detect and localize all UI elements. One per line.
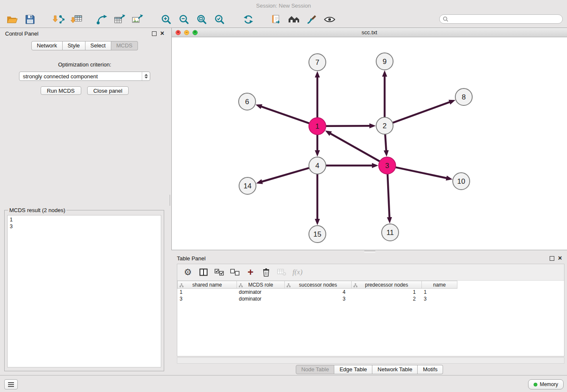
tab-network[interactable]: Network — [31, 41, 63, 50]
graph-node-8[interactable]: 8 — [455, 88, 472, 105]
graph-edge-3-1[interactable] — [325, 130, 380, 161]
zoom-in-button[interactable] — [157, 12, 175, 27]
export-image-button[interactable] — [129, 12, 146, 27]
table-settings-button[interactable]: ⚙ — [182, 266, 194, 279]
table-horizontal-scrollbar[interactable] — [177, 357, 564, 364]
graph-node-14[interactable]: 14 — [239, 177, 256, 194]
zoom-fit-button[interactable] — [193, 12, 211, 27]
graphics-details-button[interactable] — [321, 12, 339, 27]
zoom-selected-button[interactable] — [211, 12, 228, 27]
save-session-button[interactable] — [21, 12, 39, 27]
search-box[interactable] — [439, 14, 563, 24]
column-label: successor nodes — [299, 282, 337, 288]
graph-edge-2-3[interactable] — [384, 134, 389, 157]
refresh-view-button[interactable] — [239, 12, 257, 27]
create-column-button[interactable]: + — [244, 266, 257, 279]
float-panel-icon[interactable] — [152, 31, 157, 36]
graph-node-2[interactable]: 2 — [376, 117, 393, 134]
graph-edge-1-7[interactable] — [315, 71, 320, 118]
show-columns-button[interactable] — [197, 266, 210, 279]
graph-edge-4-14[interactable] — [256, 168, 309, 184]
graph-node-6[interactable]: 6 — [239, 93, 256, 110]
graph-edge-4-15[interactable] — [315, 174, 320, 225]
svg-text:6: 6 — [245, 98, 249, 106]
status-menu-button[interactable] — [4, 379, 18, 389]
tab-edge-table[interactable]: Edge Table — [334, 365, 372, 374]
table-cell[interactable]: 2 — [352, 295, 422, 302]
open-session-button[interactable] — [3, 12, 21, 27]
zoom-out-button[interactable] — [175, 12, 193, 27]
delete-table-icon — [277, 268, 286, 276]
close-panel-button[interactable]: Close panel — [87, 86, 129, 95]
memory-button[interactable]: Memory — [528, 379, 564, 389]
column-header-successor-nodes[interactable]: successor nodes — [285, 281, 352, 289]
table-cell-filler — [457, 295, 564, 302]
table-cell[interactable]: 1 — [178, 289, 237, 296]
graph-node-4[interactable]: 4 — [309, 157, 326, 174]
svg-text:8: 8 — [462, 93, 465, 101]
run-mcds-button[interactable]: Run MCDS — [41, 86, 81, 95]
column-header-name[interactable]: name — [422, 281, 457, 289]
graph-node-11[interactable]: 11 — [382, 224, 399, 241]
select-all-columns-button[interactable] — [213, 266, 226, 279]
graph-edge-3-10[interactable] — [396, 167, 453, 180]
home-panels-button[interactable] — [285, 12, 303, 27]
apply-style-button[interactable] — [303, 12, 321, 27]
table-cell[interactable]: 3 — [178, 295, 237, 302]
graph-edge-3-11[interactable] — [387, 174, 392, 224]
graph-edge-2-9[interactable] — [382, 70, 387, 117]
export-table-button[interactable] — [111, 12, 129, 27]
graph-node-3[interactable]: 3 — [379, 157, 396, 174]
tab-select[interactable]: Select — [85, 41, 111, 50]
unselect-all-columns-button[interactable] — [228, 266, 241, 279]
column-header-shared-name[interactable]: shared name — [178, 281, 237, 289]
network-canvas-svg[interactable]: 7968124314101511 — [172, 37, 567, 250]
delete-column-button[interactable] — [260, 266, 272, 279]
column-header-mcds-role[interactable]: MCDS role — [237, 281, 285, 289]
import-network-button[interactable] — [50, 12, 68, 27]
graph-node-7[interactable]: 7 — [309, 54, 326, 71]
table-row[interactable]: 3dominator323 — [178, 295, 564, 302]
tab-node-table[interactable]: Node Table — [296, 365, 335, 374]
horizontal-panel-splitter[interactable] — [172, 250, 567, 253]
svg-text:9: 9 — [383, 58, 386, 66]
network-window-titlebar: scc.txt × – + — [172, 28, 567, 37]
optimization-criterion-select[interactable]: strongly connected component — [19, 72, 150, 81]
graph-edge-1-4[interactable] — [315, 135, 320, 157]
svg-text:4: 4 — [315, 162, 319, 170]
table-cell[interactable]: 1 — [352, 289, 422, 296]
graph-node-9[interactable]: 9 — [376, 53, 393, 70]
tab-network-table[interactable]: Network Table — [372, 365, 418, 374]
copy-view-button[interactable] — [267, 12, 285, 27]
tab-motifs[interactable]: Motifs — [418, 365, 443, 374]
graph-edge-1-2[interactable] — [326, 123, 376, 128]
selected-option-label: strongly connected component — [19, 73, 142, 80]
column-type-icon — [239, 283, 243, 289]
float-table-panel-icon[interactable] — [550, 256, 554, 261]
import-table-button[interactable] — [68, 12, 85, 27]
mcds-result-list[interactable]: 13 — [7, 215, 161, 367]
table-row[interactable]: 1dominator411 — [178, 289, 564, 296]
network-view-window: scc.txt × – + 7968124314101511 — [172, 28, 567, 250]
graph-node-10[interactable]: 10 — [453, 173, 470, 190]
search-input[interactable] — [450, 16, 562, 22]
table-cell[interactable]: 3 — [422, 295, 457, 302]
close-table-panel-icon[interactable]: × — [558, 256, 562, 261]
column-header-predecessor-nodes[interactable]: predecessor nodes — [352, 281, 422, 289]
tab-style[interactable]: Style — [63, 41, 85, 50]
table-cell[interactable]: dominator — [237, 295, 285, 302]
table-cell[interactable]: 3 — [285, 295, 352, 302]
close-panel-icon[interactable]: × — [160, 31, 164, 36]
table-cell[interactable]: dominator — [237, 289, 285, 296]
graph-edge-4-3[interactable] — [326, 163, 378, 168]
tab-mcds[interactable]: MCDS — [111, 41, 138, 50]
table-cell[interactable]: 1 — [422, 289, 457, 296]
zoom-in-icon — [161, 14, 172, 25]
graph-edge-1-6[interactable] — [256, 104, 309, 123]
table-cell[interactable]: 4 — [285, 289, 352, 296]
export-image-icon — [131, 14, 144, 25]
graph-node-15[interactable]: 15 — [309, 226, 326, 243]
graph-node-1[interactable]: 1 — [309, 118, 326, 135]
graph-edge-2-8[interactable] — [393, 100, 455, 123]
new-network-button[interactable] — [93, 12, 111, 27]
